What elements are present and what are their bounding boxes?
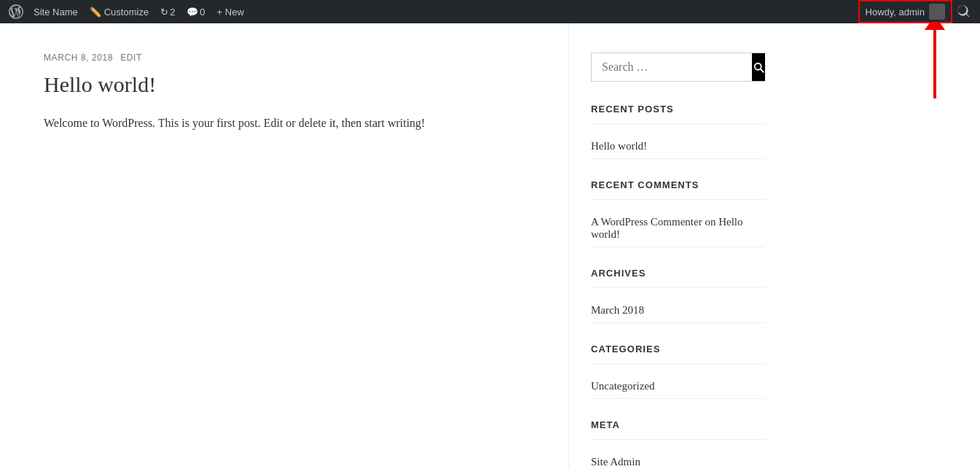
wp-logo-button[interactable] (4, 0, 28, 23)
post-date: MARCH 8, 2018 (44, 53, 113, 63)
search-submit-button[interactable] (752, 53, 765, 81)
updates-icon: ↻ (160, 7, 168, 18)
list-item: Hello world! (591, 134, 765, 159)
customize-icon: ✏️ (90, 7, 101, 18)
customize-link[interactable]: ✏️ Customize (84, 0, 154, 23)
comments-count: 0 (200, 7, 205, 18)
list-item: A WordPress Commenter on Hello world! (591, 210, 765, 247)
recent-posts-section: RECENT POSTS Hello world! (591, 104, 765, 159)
categories-heading: CATEGORIES (591, 344, 765, 364)
commenter-link[interactable]: A WordPress Commenter (591, 216, 702, 228)
archives-list: March 2018 (591, 298, 765, 323)
search-form (591, 53, 765, 82)
archives-heading: ARCHIVES (591, 268, 765, 288)
archive-link[interactable]: March 2018 (591, 304, 644, 316)
list-item: March 2018 (591, 298, 765, 323)
comments-icon: 💬 (187, 7, 198, 18)
new-content-link[interactable]: + New (211, 0, 250, 23)
recent-posts-heading: RECENT POSTS (591, 104, 765, 124)
page-wrapper: MARCH 8, 2018 EDIT Hello world! Welcome … (0, 23, 980, 469)
list-item: Uncategorized (591, 374, 765, 399)
howdy-text: Howdy, (866, 7, 896, 18)
admin-search-button[interactable] (952, 0, 976, 23)
new-label: + New (217, 7, 244, 18)
post-meta: MARCH 8, 2018 EDIT (44, 53, 539, 63)
avatar (929, 4, 945, 20)
username-text: admin (899, 7, 925, 18)
comment-on-text: on (705, 216, 718, 228)
customize-label: Customize (104, 7, 149, 18)
categories-section: CATEGORIES Uncategorized (591, 344, 765, 399)
post-content: Welcome to WordPress. This is your first… (44, 113, 539, 133)
admin-bar-right: Howdy, admin (858, 0, 976, 23)
meta-section: META Site Admin Log out (591, 419, 765, 469)
admin-bar: Site Name ✏️ Customize ↻ 2 💬 0 + New How… (0, 0, 980, 23)
recent-comments-heading: RECENT COMMENTS (591, 179, 765, 200)
categories-list: Uncategorized (591, 374, 765, 399)
meta-list: Site Admin Log out (591, 450, 765, 469)
main-content: MARCH 8, 2018 EDIT Hello world! Welcome … (0, 23, 568, 469)
user-menu[interactable]: Howdy, admin (858, 0, 952, 23)
site-admin-link[interactable]: Site Admin (591, 456, 640, 468)
comments-link[interactable]: 💬 0 (181, 0, 211, 23)
search-widget (591, 53, 765, 82)
meta-heading: META (591, 419, 765, 440)
post-title: Hello world! (44, 70, 539, 98)
post-body-text: Welcome to WordPress. This is your first… (44, 113, 539, 133)
recent-comments-section: RECENT COMMENTS A WordPress Commenter on… (591, 179, 765, 247)
category-link[interactable]: Uncategorized (591, 380, 654, 392)
edit-link[interactable]: EDIT (120, 53, 142, 63)
sidebar: RECENT POSTS Hello world! RECENT COMMENT… (568, 23, 787, 469)
updates-count: 2 (170, 7, 175, 18)
recent-post-link[interactable]: Hello world! (591, 140, 647, 152)
site-name-link[interactable]: Site Name (28, 0, 84, 23)
search-input[interactable] (592, 53, 752, 81)
archives-section: ARCHIVES March 2018 (591, 268, 765, 323)
site-name-text: Site Name (34, 7, 78, 18)
updates-link[interactable]: ↻ 2 (154, 0, 181, 23)
list-item: Site Admin (591, 450, 765, 469)
recent-posts-list: Hello world! (591, 134, 765, 159)
